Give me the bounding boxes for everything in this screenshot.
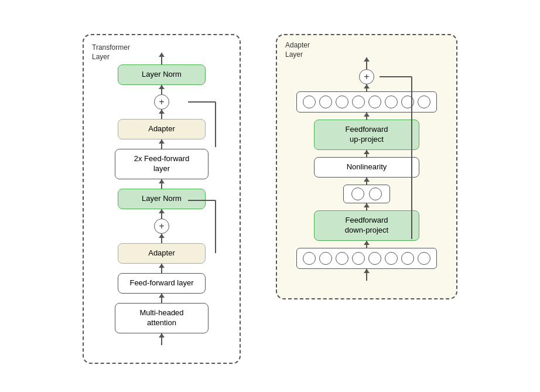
nonlinearity-box: Nonlinearity xyxy=(314,157,419,178)
mid-circle-2 xyxy=(369,188,382,200)
right-arrow-4 xyxy=(366,178,367,185)
plus-circle-top: + xyxy=(154,94,169,110)
right-arrow-in xyxy=(366,269,367,281)
right-arrow-1 xyxy=(366,84,367,91)
bottom-circles-row xyxy=(296,248,437,269)
circle-5 xyxy=(368,96,381,108)
arrow-5 xyxy=(161,209,162,219)
adapter-mid-box: Adapter xyxy=(118,243,206,264)
b-circle-6 xyxy=(385,252,398,265)
b-circle-1 xyxy=(303,252,316,265)
feedforward2x-box: 2x Feed-forwardlayer xyxy=(115,149,209,179)
circle-3 xyxy=(336,96,348,108)
circle-1 xyxy=(303,96,316,108)
attention-box: Multi-headedattention xyxy=(115,303,209,333)
arrow-in-bottom xyxy=(161,333,162,345)
right-arrow-3 xyxy=(366,150,367,157)
right-plus-circle: + xyxy=(359,69,374,84)
right-plus-area: + xyxy=(289,69,445,84)
right-arrow-5 xyxy=(366,203,367,210)
adapter-layer-diagram: AdapterLayer + xyxy=(276,34,457,299)
layer-norm-top-box: Layer Norm xyxy=(118,64,206,85)
arrow-1 xyxy=(161,85,162,94)
arrow-8 xyxy=(161,294,162,303)
transformer-layer-diagram: TransformerLayer Layer Norm + Adapter xyxy=(83,34,241,363)
plus-top-area: + xyxy=(101,94,222,110)
feedforward-down-box: Feedforwarddown-project xyxy=(314,210,419,241)
b-circle-8 xyxy=(418,252,430,265)
arrow-7 xyxy=(161,264,162,273)
layer-norm-mid-area: Layer Norm xyxy=(101,189,222,209)
feedforward-up-box: Feedforwardup-project xyxy=(314,120,419,150)
arrow-4 xyxy=(161,179,162,189)
circle-8 xyxy=(418,96,430,108)
layer-norm-mid-box: Layer Norm xyxy=(118,189,206,209)
circle-7 xyxy=(401,96,414,108)
feedforward-box: Feed-forward layer xyxy=(118,273,206,294)
mid-circle-1 xyxy=(351,188,364,200)
b-circle-3 xyxy=(336,252,348,265)
right-arrow-2 xyxy=(366,113,367,120)
right-arrow-6 xyxy=(366,241,367,248)
plus-circle-mid: + xyxy=(154,219,169,234)
b-circle-4 xyxy=(352,252,365,265)
b-circle-5 xyxy=(368,252,381,265)
top-circles-row xyxy=(296,91,437,113)
adapter-layer-label: AdapterLayer xyxy=(285,41,310,59)
circle-2 xyxy=(319,96,332,108)
right-column: + Feedforwardup-project Nonlinearity xyxy=(289,57,445,280)
arrow-3 xyxy=(161,139,162,149)
circle-6 xyxy=(385,96,398,108)
arrow-2 xyxy=(161,110,162,119)
left-column: Layer Norm + Adapter 2x Feed-forwardlaye… xyxy=(101,53,222,345)
diagrams-container: TransformerLayer Layer Norm + Adapter xyxy=(71,22,469,375)
arrow-out-top xyxy=(161,53,162,64)
b-circle-2 xyxy=(319,252,332,265)
b-circle-7 xyxy=(401,252,414,265)
adapter-top-box: Adapter xyxy=(118,119,206,139)
right-arrow-out xyxy=(366,57,367,69)
mid-circles-row xyxy=(343,185,390,203)
arrow-6 xyxy=(161,234,162,243)
circle-4 xyxy=(352,96,365,108)
